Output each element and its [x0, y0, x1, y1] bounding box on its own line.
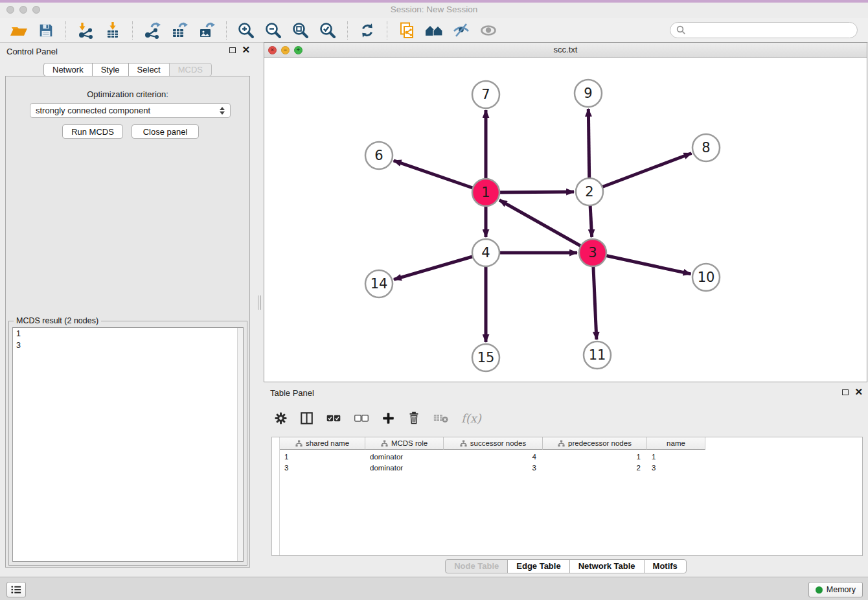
- toolbar-separator: [132, 21, 133, 40]
- function-builder-icon: f(x): [461, 411, 481, 425]
- tab-mcds[interactable]: MCDS: [169, 63, 212, 76]
- select-all-columns-icon[interactable]: [326, 412, 341, 424]
- search-box[interactable]: [670, 22, 858, 38]
- control-panel: Control Panel ✕ Network Style Select MCD…: [0, 43, 255, 577]
- graph-node-label-14: 14: [371, 276, 388, 292]
- delete-table-icon: [433, 412, 449, 424]
- criterion-select[interactable]: strongly connected component: [30, 103, 231, 118]
- table-header-row: shared name MCDS role successor nodes pr…: [280, 437, 705, 450]
- open-file-icon[interactable]: [8, 20, 29, 41]
- delete-column-icon[interactable]: [407, 411, 420, 425]
- close-panel-button[interactable]: Close panel: [131, 124, 199, 139]
- cell-name[interactable]: 1: [647, 451, 705, 462]
- mcds-result-item[interactable]: 3: [13, 340, 243, 351]
- import-table-icon[interactable]: [102, 20, 123, 41]
- memory-label: Memory: [827, 585, 856, 594]
- table-row[interactable]: 1 dominator 4 1 1: [280, 451, 705, 462]
- column-tree-icon: [460, 440, 467, 447]
- control-panel-tabs: Network Style Select MCDS: [43, 63, 212, 76]
- network-view-window: × − + scc.txt 7968124314101511: [264, 42, 867, 382]
- show-columns-icon[interactable]: [300, 411, 314, 425]
- graph-edge-2-8[interactable]: [589, 154, 692, 192]
- main-toolbar: [0, 18, 868, 43]
- optimization-criterion-label: Optimization criterion:: [6, 89, 249, 99]
- column-header-predecessor-nodes[interactable]: predecessor nodes: [543, 437, 647, 450]
- column-header-successor-nodes[interactable]: successor nodes: [444, 437, 543, 450]
- table-panel: Table Panel ✕ f(x): [264, 386, 868, 577]
- graph-node-label-15: 15: [477, 350, 495, 365]
- column-tree-icon: [295, 440, 303, 447]
- column-header-shared-name[interactable]: shared name: [280, 437, 365, 450]
- mcds-result-title: MCDS result (2 nodes): [14, 316, 101, 325]
- mcds-panel-body: Optimization criterion: strongly connect…: [5, 76, 250, 568]
- table-row-gutter: [272, 437, 280, 555]
- tab-edge-table[interactable]: Edge Table: [507, 559, 569, 573]
- search-input[interactable]: [690, 25, 851, 36]
- apply-layout-icon[interactable]: [357, 20, 378, 41]
- result-scrollbar[interactable]: [237, 328, 243, 561]
- tab-style[interactable]: Style: [92, 63, 129, 76]
- graph-edge-1-6[interactable]: [394, 161, 486, 192]
- graph-edge-3-1[interactable]: [499, 200, 593, 253]
- toolbar-separator: [387, 21, 387, 40]
- cell-successor-nodes[interactable]: 3: [444, 462, 543, 473]
- cell-name[interactable]: 3: [647, 462, 705, 473]
- select-stepper-icon: [220, 107, 225, 115]
- table-row[interactable]: 3 dominator 3 2 3: [280, 462, 705, 473]
- toolbar-separator: [65, 21, 66, 40]
- table-panel-close-icon[interactable]: ✕: [854, 389, 863, 395]
- zoom-out-icon[interactable]: [263, 20, 284, 41]
- table-panel-float-icon[interactable]: [842, 389, 849, 395]
- column-tree-icon: [558, 440, 565, 447]
- network-canvas[interactable]: 7968124314101511: [264, 58, 867, 382]
- splitter-grip-icon[interactable]: [258, 295, 261, 310]
- node-table: shared name MCDS role successor nodes pr…: [271, 437, 863, 556]
- new-network-from-selection-icon[interactable]: [396, 20, 417, 41]
- control-panel-float-icon[interactable]: [229, 47, 236, 53]
- column-header-mcds-role[interactable]: MCDS role: [365, 437, 444, 450]
- tab-select[interactable]: Select: [128, 63, 170, 76]
- add-column-icon[interactable]: [382, 411, 395, 425]
- export-image-icon[interactable]: [196, 20, 217, 41]
- graph-node-label-10: 10: [698, 270, 715, 285]
- cell-predecessor-nodes[interactable]: 1: [543, 451, 647, 462]
- memory-button[interactable]: Memory: [808, 582, 863, 597]
- zoom-in-icon[interactable]: [236, 20, 257, 41]
- cell-mcds-role[interactable]: dominator: [365, 462, 444, 473]
- cell-mcds-role[interactable]: dominator: [365, 451, 444, 462]
- settings-gear-icon[interactable]: [274, 411, 288, 425]
- run-mcds-button[interactable]: Run MCDS: [62, 124, 123, 139]
- tab-network[interactable]: Network: [43, 63, 93, 76]
- graph-edge-3-10[interactable]: [593, 253, 691, 274]
- cell-shared-name[interactable]: 1: [280, 451, 365, 462]
- graph-node-label-6: 6: [374, 148, 383, 163]
- deselect-all-columns-icon[interactable]: [354, 412, 369, 424]
- cell-shared-name[interactable]: 3: [280, 462, 365, 473]
- hide-panel-eye-icon[interactable]: [451, 20, 472, 41]
- export-network-icon[interactable]: [142, 20, 163, 41]
- zoom-fit-icon[interactable]: [290, 20, 311, 41]
- save-session-icon[interactable]: [36, 20, 56, 41]
- network-graph[interactable]: 7968124314101511: [264, 58, 867, 382]
- cell-successor-nodes[interactable]: 4: [444, 451, 543, 462]
- tab-network-table[interactable]: Network Table: [569, 559, 645, 573]
- import-network-icon[interactable]: [75, 20, 96, 41]
- control-panel-close-icon[interactable]: ✕: [242, 47, 250, 53]
- tab-motifs[interactable]: Motifs: [644, 559, 687, 573]
- network-window-titlebar[interactable]: × − + scc.txt: [264, 43, 867, 58]
- status-bar: Memory: [0, 577, 868, 600]
- export-table-icon[interactable]: [169, 20, 190, 41]
- panel-splitter[interactable]: [257, 43, 263, 577]
- memory-status-icon: [816, 586, 823, 594]
- task-history-button[interactable]: [6, 582, 26, 597]
- cell-predecessor-nodes[interactable]: 2: [543, 462, 647, 473]
- first-neighbors-icon[interactable]: [424, 20, 444, 41]
- toolbar-separator: [226, 21, 227, 40]
- zoom-selected-icon[interactable]: [317, 20, 338, 41]
- graph-node-label-1: 1: [481, 185, 490, 200]
- mcds-result-item[interactable]: 1: [13, 328, 243, 340]
- column-header-name[interactable]: name: [647, 437, 705, 450]
- mcds-result-list[interactable]: 1 3: [12, 327, 244, 562]
- column-tree-icon: [381, 440, 388, 447]
- tab-node-table[interactable]: Node Table: [445, 559, 508, 573]
